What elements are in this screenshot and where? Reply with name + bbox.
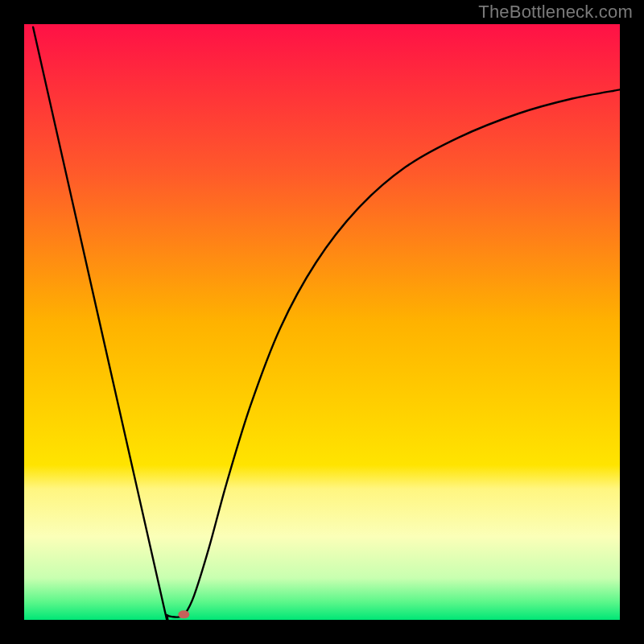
gradient-background bbox=[24, 24, 620, 620]
chart-svg bbox=[24, 24, 620, 620]
plot-area bbox=[24, 24, 620, 620]
chart-frame: TheBottleneck.com bbox=[0, 0, 644, 644]
watermark-text: TheBottleneck.com bbox=[478, 2, 633, 23]
min-marker bbox=[178, 610, 189, 618]
